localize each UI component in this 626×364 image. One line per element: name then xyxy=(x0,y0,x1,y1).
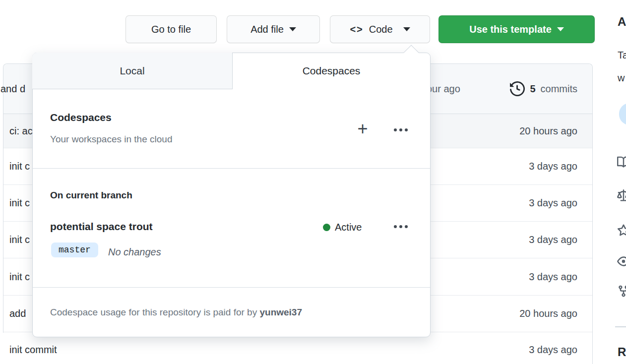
about-description-line1: Ta xyxy=(618,50,626,61)
kebab-icon xyxy=(394,225,397,228)
go-to-file-button[interactable]: Go to file xyxy=(125,15,217,43)
about-description-line2: w xyxy=(618,72,625,84)
codespace-options-button[interactable] xyxy=(390,217,412,237)
github-repo-page: and d our ago 5 commits ci: ac 20 hours … xyxy=(0,0,626,364)
file-commit-message[interactable]: init c xyxy=(9,161,30,172)
about-heading: A xyxy=(618,15,626,29)
codespaces-options-button[interactable] xyxy=(390,120,412,140)
file-commit-time: 3 days ago xyxy=(529,344,577,356)
commits-link[interactable]: 5 commits xyxy=(510,64,577,114)
fork-icon[interactable] xyxy=(617,285,626,298)
add-file-label: Add file xyxy=(250,24,284,35)
chevron-down-icon xyxy=(557,27,564,31)
codespaces-subtitle: Your workspaces in the cloud xyxy=(50,134,172,145)
file-commit-message[interactable]: init c xyxy=(9,271,30,283)
new-codespace-button[interactable]: + xyxy=(353,119,373,139)
commit-count: 5 xyxy=(530,83,535,95)
kebab-icon xyxy=(394,128,397,131)
sidebar-divider xyxy=(615,326,626,327)
active-label: Active xyxy=(335,222,362,233)
use-this-template-button[interactable]: Use this template xyxy=(438,15,595,43)
tab-local[interactable]: Local xyxy=(32,53,233,89)
file-commit-time: 20 hours ago xyxy=(519,308,577,319)
code-button[interactable]: <> Code xyxy=(330,15,430,43)
file-commit-time: 3 days ago xyxy=(529,197,577,209)
watchers-eye-icon[interactable] xyxy=(617,255,626,268)
table-edge-mask xyxy=(3,333,4,364)
codespaces-title: Codespaces xyxy=(50,112,112,123)
go-to-file-label: Go to file xyxy=(151,24,191,35)
tab-codespaces[interactable]: Codespaces xyxy=(233,53,430,89)
latest-commit-message[interactable]: and d xyxy=(0,64,25,114)
divider xyxy=(33,287,430,288)
code-icon: <> xyxy=(350,24,363,35)
footer-owner: yunwei37 xyxy=(259,307,302,317)
code-label: Code xyxy=(369,24,393,35)
star-icon[interactable] xyxy=(617,224,626,237)
file-commit-message[interactable]: init c xyxy=(9,197,30,209)
use-this-template-label: Use this template xyxy=(469,24,552,35)
status-badge: Active xyxy=(323,222,362,233)
file-commit-time: 3 days ago xyxy=(529,161,577,172)
footer-text: Codespace usage for this repository is p… xyxy=(50,307,259,317)
latest-commit-time: our ago xyxy=(427,64,460,114)
commit-count-label: commits xyxy=(541,83,577,95)
tab-local-label: Local xyxy=(120,65,144,77)
topic-pill[interactable] xyxy=(619,103,626,125)
chevron-down-icon xyxy=(403,27,410,31)
history-icon xyxy=(510,81,525,96)
releases-heading[interactable]: R xyxy=(618,345,626,359)
file-commit-message[interactable]: add xyxy=(9,308,26,319)
divider xyxy=(33,168,430,169)
add-file-button[interactable]: Add file xyxy=(227,15,320,43)
plus-icon: + xyxy=(357,119,368,139)
file-commit-time: 3 days ago xyxy=(529,271,577,283)
file-commit-message[interactable]: ci: ac xyxy=(9,125,33,137)
chevron-down-icon xyxy=(289,27,296,31)
changes-label: No changes xyxy=(108,246,161,258)
code-dropdown-panel: Local Codespaces Codespaces Your workspa… xyxy=(32,53,431,337)
branch-badge: master xyxy=(51,243,98,257)
codespace-usage-footer: Codespace usage for this repository is p… xyxy=(50,307,302,318)
file-commit-message[interactable]: init commit xyxy=(9,344,57,356)
active-dot-icon xyxy=(323,224,330,231)
on-current-branch-heading: On current branch xyxy=(50,190,132,201)
readme-icon[interactable] xyxy=(617,156,626,169)
file-commit-time: 20 hours ago xyxy=(519,125,577,137)
tab-codespaces-label: Codespaces xyxy=(303,65,361,77)
file-commit-time: 3 days ago xyxy=(529,234,577,245)
codespace-name[interactable]: potential space trout xyxy=(50,221,153,233)
file-commit-message[interactable]: init c xyxy=(9,234,30,245)
license-icon[interactable] xyxy=(617,189,626,202)
